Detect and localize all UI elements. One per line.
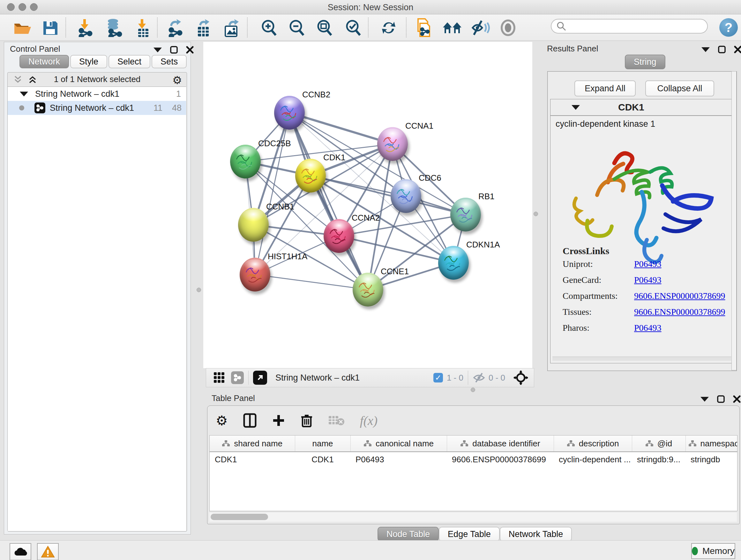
column-header-name[interactable]: name [295,435,350,452]
node-cdkn1a[interactable] [438,246,469,280]
network-canvas[interactable]: CCNB2CCNA1CDC25BCDK1CDC6RB1CCNB1CCNA2CDK… [203,42,532,368]
export-network-button[interactable] [166,18,186,37]
table-hscrollbar[interactable] [209,512,737,522]
string-results-box: Expand All Collapse All CDK1 cyclin-depe… [547,71,737,371]
search-box[interactable] [551,19,708,34]
float-panel-icon[interactable] [718,46,726,53]
refresh-button[interactable] [379,18,398,37]
tab-node-table[interactable]: Node Table [378,527,439,542]
right-splitter-handle[interactable] [534,212,538,216]
zoom-in-button[interactable] [259,18,279,37]
export-table-button[interactable] [194,18,213,37]
zoom-selected-button[interactable] [344,18,363,37]
tab-edge-table[interactable]: Edge Table [439,527,500,542]
export-image-icon [223,18,241,37]
float-panel-icon[interactable] [717,395,725,403]
title-bar: Session: New Session [0,0,741,14]
home-button[interactable] [443,18,462,37]
node-cdc6[interactable] [391,179,421,213]
export-table-icon [195,18,212,37]
import-table-file-button[interactable] [133,18,152,37]
zoom-out-icon [288,19,306,37]
node-ccnb2[interactable] [274,96,305,130]
section-expander-icon[interactable] [571,105,580,110]
gray-orb-icon [500,19,516,36]
network-row[interactable]: String Network – cdk1 11 48 [8,101,186,115]
node-ccnb1[interactable] [238,208,269,242]
network-collection-row[interactable]: String Network – cdk1 1 [8,87,186,101]
warning-status-button[interactable] [37,543,59,560]
bottom-splitter-handle[interactable] [471,388,475,392]
node-rb1[interactable] [450,198,481,232]
node-hist1h1a[interactable] [240,258,270,292]
node-ccna1[interactable] [377,127,408,161]
results-scrollbar[interactable] [731,71,737,370]
panel-menu-icon[interactable] [701,47,710,52]
panel-menu-icon[interactable] [700,397,709,401]
grid-view-icon[interactable] [213,372,225,384]
float-panel-icon[interactable] [170,46,178,54]
close-panel-icon[interactable] [733,395,741,403]
tab-string[interactable]: String [625,55,665,69]
memory-status-dot-icon [692,547,698,555]
help-button[interactable]: ? [719,18,738,37]
detach-view-icon[interactable] [253,371,267,385]
gear-icon[interactable]: ⚙ [172,74,182,86]
export-image-button[interactable] [222,18,242,37]
table-header-row: shared namenamecanonical namedatabase id… [210,435,738,452]
tab-network-table[interactable]: Network Table [500,527,572,542]
duplicate-network-button[interactable] [414,18,433,37]
add-column-icon[interactable] [272,414,285,427]
crosshair-icon[interactable] [514,370,528,385]
crosslink-value[interactable]: P06493 [634,275,662,285]
delete-column-icon[interactable] [300,413,313,428]
column-header-description[interactable]: description [554,435,632,452]
node-cdk1[interactable] [295,159,326,192]
column-header-namespac[interactable]: namespac [685,435,738,452]
tab-select[interactable]: Select [109,55,150,68]
column-header-database-identifier[interactable]: database identifier [447,435,554,452]
left-splitter-handle[interactable] [197,288,201,292]
panel-menu-icon[interactable] [153,48,162,52]
search-input[interactable] [567,21,702,32]
open-session-button[interactable] [13,18,32,37]
show-columns-icon[interactable] [243,413,257,428]
node-cdc25b[interactable] [230,145,261,179]
crosslink-value[interactable]: P06493 [634,323,662,333]
cdk1-section-header[interactable]: CDK1 [550,99,734,116]
table-hscrollbar-thumb[interactable] [211,514,268,520]
network-view-icon[interactable] [231,371,244,384]
selected-checkbox[interactable]: ✓ [433,373,443,382]
tab-sets[interactable]: Sets [151,55,187,68]
close-panel-icon[interactable] [186,46,194,54]
import-network-file-button[interactable] [77,18,96,37]
close-panel-icon[interactable] [734,46,741,53]
node-ccna2[interactable] [324,219,354,253]
cloud-status-button[interactable] [10,543,31,560]
tab-network[interactable]: Network [19,55,69,68]
column-header--id[interactable]: @id [632,435,685,452]
hide-panel-button[interactable] [471,18,490,37]
crosslink-value[interactable]: P06493 [634,259,662,269]
section-hscroll-track[interactable] [552,357,731,361]
column-header-canonical-name[interactable]: canonical name [350,435,447,452]
gray-orb-button[interactable] [498,18,518,37]
save-session-button[interactable] [41,18,60,37]
network-type-icon [35,103,45,113]
table-row[interactable]: CDK1CDK1P064939606.ENSP00000378699cyclin… [210,452,738,467]
zoom-fit-button[interactable] [315,18,334,37]
node-ccne1[interactable] [353,273,383,307]
collapse-all-button[interactable]: Collapse All [645,80,714,97]
table-panel-header: Table Panel [207,393,741,404]
crosslink-value[interactable]: 9606.ENSP00000378699 [634,307,725,317]
table-settings-gear-icon[interactable]: ⚙ [216,413,228,428]
import-network-database-button[interactable] [104,18,123,37]
protein-structure-thumbnail-icon [245,264,265,285]
expand-all-button[interactable]: Expand All [575,80,636,97]
column-header-shared-name[interactable]: shared name [210,435,295,452]
memory-button[interactable]: Memory [691,543,735,559]
collection-expander-icon[interactable] [20,91,28,97]
tab-style[interactable]: Style [70,55,107,68]
crosslink-value[interactable]: 9606.ENSP00000378699 [634,291,725,301]
zoom-out-button[interactable] [287,18,307,37]
